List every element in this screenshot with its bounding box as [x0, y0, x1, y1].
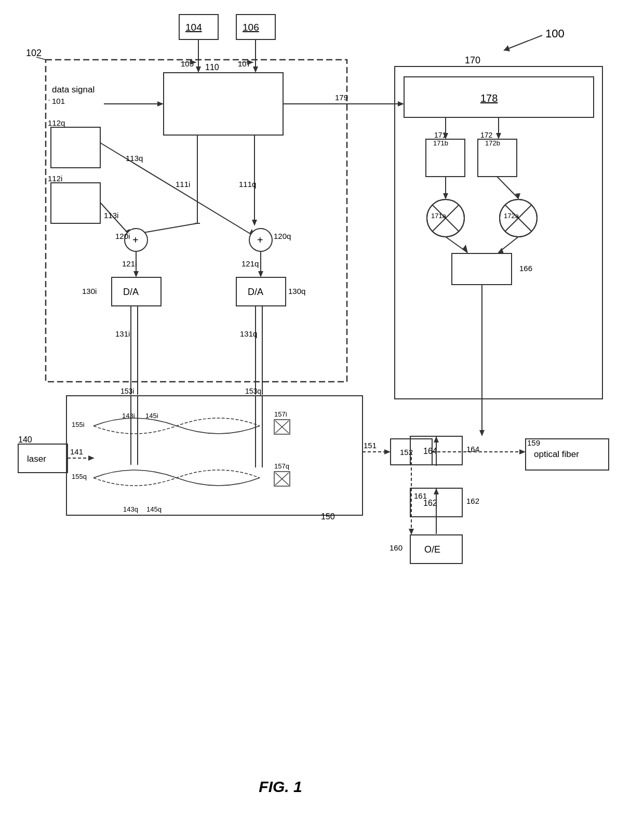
svg-text:D/A: D/A	[123, 287, 139, 297]
svg-text:121i: 121i	[122, 259, 137, 268]
svg-text:143q: 143q	[123, 505, 138, 513]
svg-text:157q: 157q	[274, 462, 289, 470]
svg-text:104: 104	[185, 22, 202, 33]
svg-text:130i: 130i	[82, 287, 97, 296]
svg-text:159: 159	[527, 438, 540, 447]
svg-text:145q: 145q	[146, 505, 162, 513]
svg-text:178: 178	[480, 92, 498, 104]
svg-text:113i: 113i	[104, 211, 118, 220]
svg-rect-176	[0, 0, 644, 818]
svg-text:111i: 111i	[176, 180, 190, 189]
svg-text:100: 100	[545, 27, 565, 40]
svg-text:+: +	[132, 234, 139, 246]
svg-text:162: 162	[423, 499, 437, 507]
svg-text:+: +	[257, 234, 263, 246]
svg-text:O/E: O/E	[424, 544, 440, 555]
svg-text:160: 160	[390, 543, 403, 552]
svg-text:150: 150	[321, 512, 335, 521]
svg-text:data signal: data signal	[52, 85, 95, 95]
svg-text:131i: 131i	[115, 329, 130, 338]
svg-text:164: 164	[423, 447, 437, 455]
svg-text:110: 110	[205, 63, 219, 72]
svg-text:130q: 130q	[288, 287, 305, 296]
svg-text:151: 151	[364, 441, 377, 450]
svg-text:102: 102	[26, 48, 42, 58]
svg-text:140: 140	[18, 435, 32, 444]
svg-text:164: 164	[466, 445, 479, 453]
svg-text:111q: 111q	[239, 180, 256, 189]
svg-text:179: 179	[335, 93, 348, 102]
svg-text:106: 106	[243, 22, 259, 33]
svg-text:172a: 172a	[504, 212, 519, 220]
svg-text:171a: 171a	[431, 212, 447, 220]
svg-text:153i: 153i	[120, 387, 134, 395]
svg-text:120q: 120q	[274, 232, 291, 240]
svg-text:121q: 121q	[242, 259, 259, 268]
svg-text:155i: 155i	[72, 421, 85, 428]
svg-text:171b: 171b	[433, 139, 448, 147]
svg-text:laser: laser	[27, 454, 46, 464]
svg-text:120i: 120i	[115, 232, 130, 240]
svg-text:172b: 172b	[485, 139, 500, 147]
svg-text:optical fiber: optical fiber	[534, 449, 579, 459]
svg-text:FIG. 1: FIG. 1	[259, 778, 302, 795]
svg-text:D/A: D/A	[248, 287, 263, 297]
svg-text:172: 172	[480, 131, 493, 139]
svg-text:157i: 157i	[274, 410, 287, 418]
svg-text:101: 101	[52, 97, 65, 105]
diagram-container: 100 102 104 105 106 107 110 data signal …	[0, 0, 644, 818]
svg-text:166: 166	[519, 264, 532, 273]
svg-text:155q: 155q	[72, 473, 87, 480]
svg-text:141: 141	[70, 447, 83, 456]
svg-text:170: 170	[465, 55, 480, 65]
svg-text:162: 162	[466, 497, 479, 505]
svg-text:112i: 112i	[48, 174, 62, 183]
svg-text:131q: 131q	[240, 329, 257, 338]
svg-text:112q: 112q	[48, 118, 65, 127]
svg-text:153q: 153q	[245, 387, 261, 395]
svg-text:113q: 113q	[126, 154, 143, 163]
